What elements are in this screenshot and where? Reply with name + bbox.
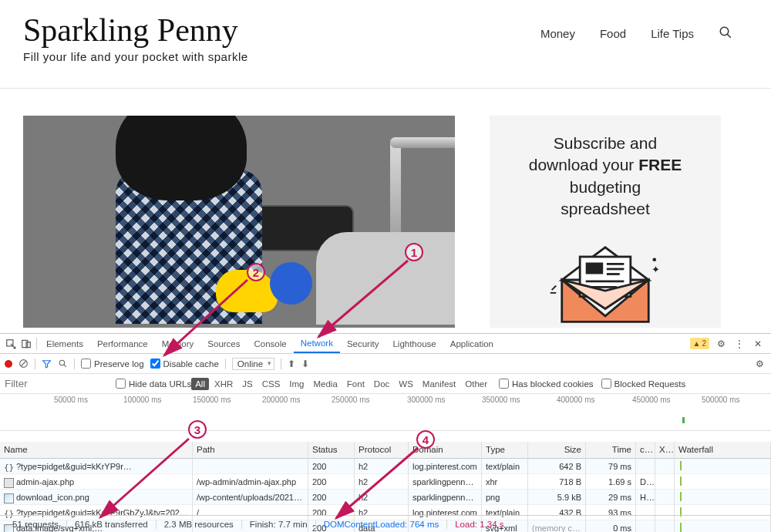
filter-media[interactable]: Media (310, 378, 342, 390)
record-button[interactable] (5, 360, 12, 368)
tab-elements[interactable]: Elements (39, 334, 90, 353)
filter-other[interactable]: Other (461, 378, 491, 390)
svg-rect-5 (586, 263, 604, 274)
blocked-req-label: Blocked Requests (614, 379, 686, 389)
svg-line-20 (21, 361, 26, 366)
devtools-panel: Elements Performance Memory Sources Cons… (0, 333, 771, 532)
hide-data-urls-label: Hide data URLs (129, 379, 191, 389)
filter-css[interactable]: CSS (258, 378, 284, 390)
warnings-badge[interactable]: ▲ 2 (690, 338, 709, 349)
more-icon[interactable]: ⋮ (732, 337, 746, 351)
table-row[interactable]: admin-ajax.php/wp-admin/admin-ajax.php20… (0, 474, 771, 490)
nav-food[interactable]: Food (600, 27, 626, 40)
site-logo[interactable]: Sparkling Penny (23, 12, 248, 49)
hide-data-urls-checkbox[interactable]: Hide data URLs (116, 379, 191, 389)
logo-block: Sparkling Penny Fill your life and your … (23, 12, 248, 63)
network-timeline[interactable]: 50000 ms 100000 ms 150000 ms 200000 ms 2… (0, 394, 771, 431)
disable-cache-label: Disable cache (163, 359, 219, 369)
tick: 150000 ms (193, 396, 231, 404)
subscribe-heading: Subscribe and download your FREE budgeti… (503, 133, 707, 220)
close-devtools-icon[interactable]: ✕ (751, 337, 765, 351)
filter-font[interactable]: Font (343, 378, 369, 390)
col-cf[interactable]: cf… (636, 442, 655, 457)
filter-js[interactable]: JS (238, 378, 256, 390)
filter-input[interactable] (0, 375, 108, 393)
tab-memory[interactable]: Memory (155, 334, 201, 353)
status-requests: 51 requests (5, 520, 67, 529)
tab-sources[interactable]: Sources (200, 334, 247, 353)
tick: 200000 ms (262, 396, 300, 404)
subscribe-box[interactable]: Subscribe and download your FREE budgeti… (490, 116, 721, 328)
col-status[interactable]: Status (308, 442, 355, 457)
tab-console[interactable]: Console (247, 334, 294, 353)
col-waterfall[interactable]: Waterfall (675, 442, 771, 457)
clear-icon[interactable] (19, 359, 29, 369)
svg-text:✦: ✦ (651, 264, 660, 275)
tab-security[interactable]: Security (340, 334, 386, 353)
table-row[interactable]: download_icon.png/wp-content/uploads/202… (0, 490, 771, 505)
hero-image (23, 116, 455, 328)
tick: 250000 ms (332, 396, 369, 404)
subscribe-line3: budgeting (570, 178, 641, 196)
nav-money[interactable]: Money (540, 27, 575, 40)
svg-line-14 (552, 286, 557, 291)
filter-img[interactable]: Img (285, 378, 308, 390)
nav-life-tips[interactable]: Life Tips (651, 27, 694, 40)
warnings-count: 2 (702, 339, 706, 348)
settings-icon[interactable]: ⚙ (714, 337, 728, 351)
filter-xhr[interactable]: XHR (210, 378, 237, 390)
col-x[interactable]: X-… (655, 442, 675, 457)
tab-application[interactable]: Application (443, 334, 500, 353)
filter-type-tags: All XHR JS CSS Img Media Font Doc WS Man… (191, 378, 491, 390)
status-resources: 2.3 MB resources (157, 520, 242, 529)
tab-network[interactable]: Network (294, 334, 340, 353)
tab-lighthouse[interactable]: Lighthouse (386, 334, 443, 353)
filter-all[interactable]: All (191, 378, 209, 390)
subscribe-line2a: download your (529, 156, 638, 173)
filter-icon[interactable] (42, 359, 52, 369)
disable-cache-checkbox[interactable]: Disable cache (150, 359, 219, 369)
network-table-header: Name Path Status Protocol Domain Type Si… (0, 442, 771, 459)
search-icon[interactable] (719, 25, 732, 42)
col-size[interactable]: Size (528, 442, 586, 457)
subscribe-free: FREE (638, 156, 682, 173)
status-transferred: 616 kB transferred (67, 520, 157, 529)
filter-manifest[interactable]: Manifest (419, 378, 460, 390)
svg-line-1 (727, 34, 731, 38)
tab-performance[interactable]: Performance (90, 334, 155, 353)
tick: 100000 ms (123, 396, 161, 404)
site-tagline: Fill your life and your pocket with spar… (23, 50, 248, 63)
status-domcontentloaded: DOMContentLoaded: 764 ms (316, 520, 448, 529)
col-type[interactable]: Type (482, 442, 528, 457)
col-protocol[interactable]: Protocol (355, 442, 409, 457)
svg-point-12 (652, 258, 656, 262)
col-path[interactable]: Path (193, 442, 308, 457)
download-har-icon[interactable]: ⬇ (301, 359, 309, 369)
network-status-bar: 51 requests 616 kB transferred 2.3 MB re… (0, 515, 771, 532)
filter-doc[interactable]: Doc (370, 378, 393, 390)
table-row[interactable]: {}?type=pidget&guid=kKrYP9r…200h2log.pin… (0, 459, 771, 474)
content-row: Subscribe and download your FREE budgeti… (0, 89, 771, 332)
tick: 50000 ms (54, 396, 88, 404)
inspect-icon[interactable] (3, 338, 19, 349)
has-blocked-cookies-checkbox[interactable]: Has blocked cookies (499, 379, 593, 389)
upload-har-icon[interactable]: ⬆ (288, 359, 295, 369)
search-network-icon[interactable] (58, 359, 68, 369)
device-toggle-icon[interactable] (19, 338, 34, 349)
tick: 450000 ms (632, 396, 670, 404)
tick: 500000 ms (702, 396, 739, 404)
throttling-select[interactable]: Online (232, 358, 274, 370)
preserve-log-checkbox[interactable]: Preserve log (81, 359, 144, 369)
blocked-requests-checkbox[interactable]: Blocked Requests (601, 379, 686, 389)
col-domain[interactable]: Domain (409, 442, 482, 457)
tick: 300000 ms (407, 396, 445, 404)
col-time[interactable]: Time (586, 442, 636, 457)
subscribe-line1: Subscribe and (554, 134, 657, 152)
svg-point-0 (720, 27, 729, 35)
svg-rect-18 (26, 342, 30, 347)
filter-ws[interactable]: WS (395, 378, 417, 390)
svg-rect-17 (22, 340, 28, 347)
col-name[interactable]: Name (0, 442, 193, 457)
network-settings-icon[interactable]: ⚙ (752, 357, 766, 371)
main-nav: Money Food Life Tips (540, 12, 748, 42)
